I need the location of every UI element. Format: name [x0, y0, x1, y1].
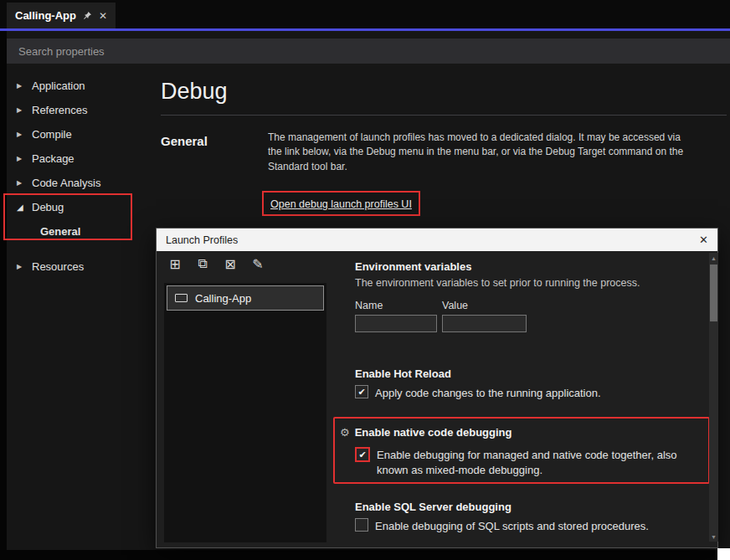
pin-icon[interactable]: [83, 11, 92, 20]
native-debugging-heading: Enable native code debugging: [355, 426, 512, 439]
env-value-column-label: Value: [442, 300, 468, 311]
properties-nav: ▶ Application ▶ References ▶ Compile ▶ P…: [7, 74, 151, 279]
rename-profile-icon[interactable]: ✎: [249, 256, 266, 272]
chevron-right-icon: ▶: [17, 263, 26, 270]
sql-debugging-checkbox-label: Enable debugging of SQL scripts and stor…: [375, 518, 649, 534]
sql-debugging-checkbox[interactable]: [355, 518, 368, 532]
check-icon: ✔: [358, 450, 366, 460]
sidebar-item-label: General: [40, 225, 80, 238]
sidebar-item-code-analysis[interactable]: ▶ Code Analysis: [7, 171, 151, 195]
scroll-up-icon[interactable]: ▲: [709, 253, 718, 263]
sql-debugging-row: Enable debugging of SQL scripts and stor…: [355, 518, 649, 534]
native-debugging-checkbox[interactable]: ✔: [355, 447, 370, 462]
search-input[interactable]: [7, 39, 730, 64]
close-icon[interactable]: ✕: [99, 11, 107, 21]
sidebar-item-package[interactable]: ▶ Package: [7, 146, 151, 171]
dialog-title: Launch Profiles: [166, 234, 238, 246]
close-icon[interactable]: ✕: [699, 234, 708, 246]
dialog-titlebar[interactable]: Launch Profiles ✕: [157, 229, 717, 251]
profile-icon: [175, 294, 188, 302]
profile-item-calling-app[interactable]: Calling-App: [167, 285, 324, 311]
sidebar-item-label: References: [32, 104, 87, 116]
sql-debugging-heading: Enable SQL Server debugging: [355, 501, 512, 513]
environment-variables-heading: Environment variables: [355, 260, 471, 273]
profiles-list: Calling-App: [164, 283, 326, 542]
profile-label: Calling-App: [195, 292, 251, 305]
sidebar-item-debug-general[interactable]: General: [7, 219, 151, 244]
gear-icon: ⚙: [340, 426, 350, 439]
native-debugging-row: ✔ Enable debugging for managed and nativ…: [355, 447, 705, 477]
general-section-description: The management of launch profiles has mo…: [268, 131, 686, 174]
hot-reload-row: ✔ Apply code changes to the running appl…: [355, 385, 601, 401]
chevron-right-icon: ▶: [17, 131, 26, 138]
page-title: Debug: [161, 79, 228, 105]
tab-calling-app[interactable]: Calling-App ✕: [7, 3, 116, 28]
native-debugging-heading-row: ⚙ Enable native code debugging: [340, 426, 512, 439]
sidebar-item-label: Compile: [32, 128, 72, 141]
sidebar-item-label: Application: [32, 80, 85, 92]
sidebar-item-label: Resources: [32, 260, 84, 273]
sidebar-item-references[interactable]: ▶ References: [7, 98, 151, 122]
sidebar-item-compile[interactable]: ▶ Compile: [7, 122, 151, 146]
hot-reload-checkbox-label: Apply code changes to the running applic…: [375, 385, 601, 401]
highlight-box-link: Open debug launch profiles UI: [262, 191, 420, 216]
delete-profile-icon[interactable]: ⊠: [222, 256, 239, 272]
document-tab-bar: Calling-App ✕: [0, 0, 730, 28]
sidebar-item-debug[interactable]: ◢ Debug: [7, 195, 151, 219]
new-profile-icon[interactable]: ⊞: [167, 256, 183, 272]
profiles-toolbar: ⊞ ⧉ ⊠ ✎: [167, 256, 266, 272]
hot-reload-checkbox[interactable]: ✔: [355, 385, 368, 398]
sidebar-item-label: Code Analysis: [32, 177, 100, 189]
sidebar-item-application[interactable]: ▶ Application: [7, 74, 151, 98]
sidebar-item-label: Debug: [32, 201, 64, 213]
chevron-right-icon: ▶: [17, 179, 26, 187]
chevron-right-icon: ▶: [17, 106, 26, 114]
tab-title: Calling-App: [15, 9, 76, 22]
title-divider: [161, 115, 727, 116]
scroll-down-icon[interactable]: ▼: [709, 532, 718, 542]
vs-properties-window: Calling-App ✕ ▶ Application ▶ References…: [0, 0, 730, 560]
env-name-column-label: Name: [355, 300, 383, 311]
hot-reload-heading: Enable Hot Reload: [355, 367, 451, 380]
duplicate-profile-icon[interactable]: ⧉: [194, 256, 211, 272]
native-debugging-checkbox-label: Enable debugging for managed and native …: [377, 447, 705, 477]
chevron-right-icon: ▶: [17, 155, 26, 162]
launch-profiles-dialog: Launch Profiles ✕ ⊞ ⧉ ⊠ ✎ Calling-App En…: [156, 228, 718, 548]
open-launch-profiles-link[interactable]: Open debug launch profiles UI: [270, 198, 412, 210]
scrollbar-thumb[interactable]: [710, 265, 717, 321]
env-name-input[interactable]: [355, 315, 437, 332]
env-value-input[interactable]: [442, 315, 527, 332]
general-section-heading: General: [161, 134, 208, 148]
sidebar-item-label: Package: [32, 152, 75, 165]
sidebar-item-resources[interactable]: ▶ Resources: [7, 254, 151, 279]
chevron-expanded-icon: ◢: [17, 203, 26, 212]
search-bar: [7, 39, 730, 64]
check-icon: ✔: [357, 387, 365, 398]
environment-variables-description: The environment variables to set prior t…: [355, 277, 693, 289]
dialog-body: ⊞ ⧉ ⊠ ✎ Calling-App Environment variable…: [157, 251, 717, 547]
dialog-scrollbar[interactable]: ▲ ▼: [709, 253, 718, 542]
chevron-right-icon: ▶: [17, 82, 26, 90]
resize-grip[interactable]: [717, 548, 730, 560]
